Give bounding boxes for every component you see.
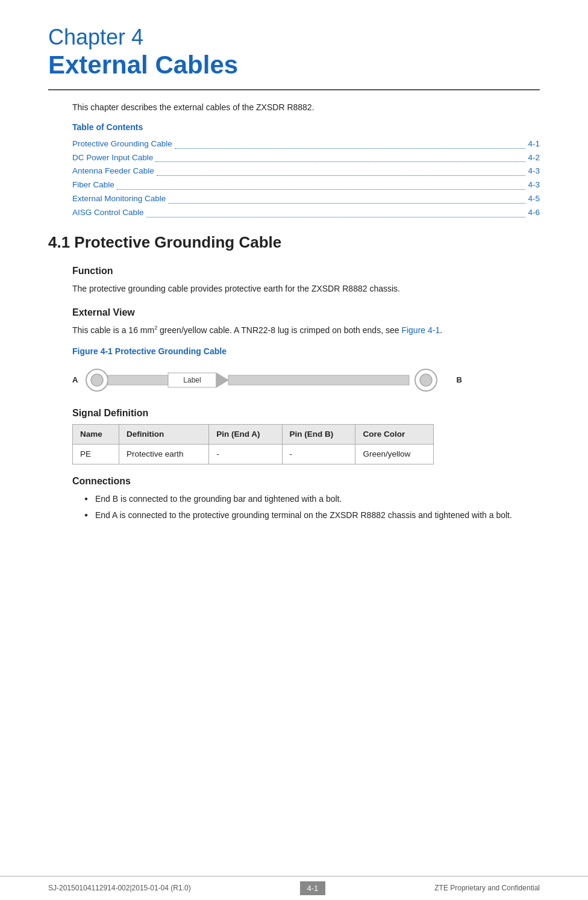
- table-cell: -: [282, 445, 355, 464]
- toc-item-page: 4-3: [528, 178, 540, 192]
- toc-item-label: External Monitoring Cable: [72, 192, 166, 206]
- figure-title: Figure 4-1 Protective Grounding Cable: [72, 345, 540, 358]
- toc-title: Table of Contents: [72, 121, 540, 134]
- connection-item: End B is connected to the grounding bar …: [84, 492, 540, 505]
- footer-doc-id: SJ-20150104112914-002|2015-01-04 (R1.0): [48, 883, 191, 893]
- function-text: The protective grounding cable provides …: [72, 282, 540, 295]
- toc-item[interactable]: External Monitoring Cable 4-5: [72, 192, 540, 206]
- connections-list: End B is connected to the grounding bar …: [84, 492, 540, 522]
- connection-item: End A is connected to the protective gro…: [84, 508, 540, 522]
- cable-diagram: A Label B: [72, 364, 540, 396]
- external-view-text-part3: .: [440, 325, 442, 335]
- function-label: Function: [72, 264, 540, 278]
- connections-label: Connections: [72, 474, 540, 489]
- external-view-text-part1: This cable is a 16 mm: [72, 325, 154, 335]
- intro-text: This chapter describes the external cabl…: [72, 101, 540, 114]
- toc-item-label: Antenna Feeder Cable: [72, 164, 154, 178]
- table-cell: -: [209, 445, 282, 464]
- cable-end-a-label: A: [72, 374, 78, 386]
- table-header-cell: Core Color: [355, 424, 434, 444]
- footer-page: 4-1: [300, 881, 326, 896]
- svg-point-8: [420, 374, 432, 386]
- page-container: Chapter 4 External Cables This chapter d…: [0, 0, 588, 900]
- svg-marker-5: [216, 373, 228, 387]
- toc-item-label: Fiber Cable: [72, 178, 114, 192]
- toc-item[interactable]: AISG Control Cable 4-6: [72, 206, 540, 220]
- table-cell: Protective earth: [119, 445, 209, 464]
- toc-item[interactable]: Antenna Feeder Cable 4-3: [72, 164, 540, 178]
- external-view-label: External View: [72, 305, 540, 320]
- toc-item-page: 4-2: [528, 151, 540, 165]
- table-header-cell: Pin (End B): [282, 424, 355, 444]
- toc-item-page: 4-6: [528, 206, 540, 220]
- toc-dots: [117, 178, 526, 190]
- footer: SJ-20150104112914-002|2015-01-04 (R1.0) …: [0, 876, 588, 901]
- chapter-divider: [48, 89, 540, 90]
- cable-svg: Label: [80, 364, 454, 396]
- table-row: PEProtective earth--Green/yellow: [73, 445, 434, 464]
- svg-point-1: [91, 374, 103, 386]
- toc-dots: [168, 192, 525, 204]
- table-header-cell: Definition: [119, 424, 209, 444]
- toc-item-page: 4-3: [528, 164, 540, 178]
- toc-item-label: DC Power Input Cable: [72, 151, 153, 165]
- figure-link[interactable]: Figure 4-1: [401, 325, 440, 335]
- external-view-text-part2: green/yellow cable. A TNR22-8 lug is cri…: [157, 325, 401, 335]
- table-body: PEProtective earth--Green/yellow: [73, 445, 434, 464]
- toc-item-page: 4-5: [528, 192, 540, 206]
- toc-item-label: AISG Control Cable: [72, 206, 144, 220]
- signal-table: NameDefinitionPin (End A)Pin (End B)Core…: [72, 424, 434, 465]
- toc-dots: [146, 206, 526, 217]
- footer-rights: ZTE Proprietary and Confidential: [434, 883, 540, 893]
- table-header-cell: Pin (End A): [209, 424, 282, 444]
- chapter-number: Chapter 4: [48, 24, 540, 50]
- toc-dots: [175, 137, 526, 149]
- svg-rect-2: [108, 375, 168, 385]
- toc-dots: [155, 151, 525, 163]
- toc-item[interactable]: Fiber Cable 4-3: [72, 178, 540, 192]
- toc-item-page: 4-1: [528, 137, 540, 151]
- external-view-text: This cable is a 16 mm2 green/yellow cabl…: [72, 323, 540, 337]
- signal-definition-label: Signal Definition: [72, 406, 540, 420]
- toc-list: Protective Grounding Cable 4-1 DC Power …: [72, 137, 540, 220]
- table-header: NameDefinitionPin (End A)Pin (End B)Core…: [73, 424, 434, 444]
- table-header-cell: Name: [73, 424, 119, 444]
- svg-rect-6: [228, 375, 409, 385]
- toc-dots: [157, 164, 526, 176]
- header-row: NameDefinitionPin (End A)Pin (End B)Core…: [73, 424, 434, 444]
- table-cell: Green/yellow: [355, 445, 434, 464]
- chapter-title: External Cables: [48, 50, 540, 80]
- toc-item-label: Protective Grounding Cable: [72, 137, 172, 151]
- toc-item[interactable]: Protective Grounding Cable 4-1: [72, 137, 540, 151]
- cable-end-b-label: B: [456, 374, 461, 386]
- table-cell: PE: [73, 445, 119, 464]
- svg-text:Label: Label: [184, 376, 201, 384]
- section-41-title: 4.1 Protective Grounding Cable: [48, 231, 540, 254]
- toc-item[interactable]: DC Power Input Cable 4-2: [72, 151, 540, 165]
